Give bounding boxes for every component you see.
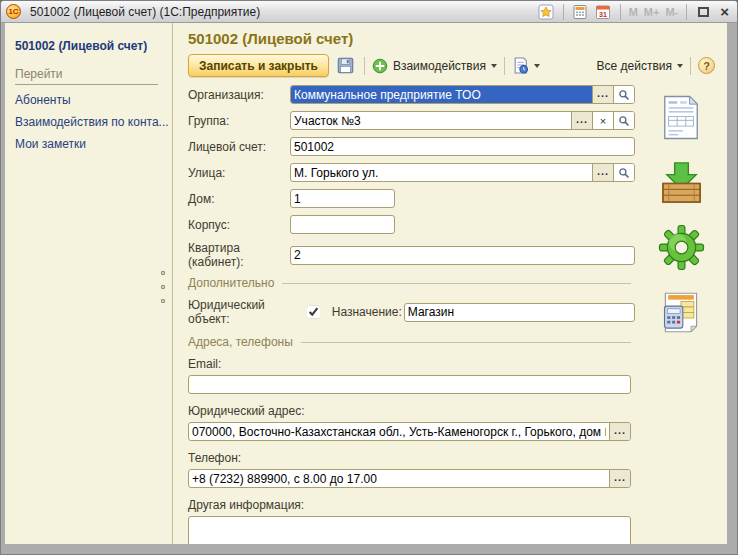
toolbar-separator <box>364 57 365 75</box>
other-info-textarea[interactable] <box>188 516 631 544</box>
street-field: ... <box>290 163 635 182</box>
group-select-button[interactable]: ... <box>571 112 592 129</box>
side-commands <box>635 85 727 544</box>
group-label: Группа: <box>188 114 290 128</box>
email-label: Email: <box>188 357 635 371</box>
1c-logo-icon: 1С <box>6 4 21 19</box>
search-icon <box>618 89 630 101</box>
splitter-grip[interactable] <box>161 271 165 303</box>
group-field: ... × <box>290 111 635 130</box>
titlebar-separator <box>686 4 687 20</box>
save-icon[interactable] <box>335 55 357 77</box>
org-select-button[interactable]: ... <box>592 86 613 103</box>
main-panel: 501002 (Лицевой счет) Записать и закрыть <box>173 23 727 544</box>
legal-address-label: Юридический адрес: <box>188 404 635 418</box>
interactions-dropdown[interactable]: Взаимодействия <box>372 58 497 74</box>
apartment-label: Квартира (кабинет): <box>188 241 290 269</box>
all-actions-dropdown[interactable]: Все действия <box>597 59 683 73</box>
sidebar-link-abonenty[interactable]: Абоненты <box>15 93 162 107</box>
legal-object-checkbox[interactable] <box>307 305 320 319</box>
calculation-document-icon[interactable] <box>657 288 705 336</box>
email-input[interactable] <box>188 375 631 394</box>
org-input[interactable] <box>291 86 592 103</box>
purpose-input[interactable] <box>404 303 635 322</box>
house-input[interactable] <box>290 189 395 208</box>
add-plus-icon <box>372 58 388 74</box>
calculator-icon[interactable] <box>572 3 589 20</box>
search-icon <box>618 167 630 179</box>
search-icon <box>618 115 630 127</box>
org-field: ... <box>290 85 635 104</box>
account-input[interactable] <box>290 137 635 156</box>
calendar-icon[interactable]: 31 <box>595 3 612 20</box>
legal-address-input[interactable] <box>189 423 609 440</box>
save-and-close-button[interactable]: Записать и закрыть <box>188 54 329 77</box>
building-label: Корпус: <box>188 218 290 232</box>
group-input[interactable] <box>291 112 571 129</box>
all-actions-label: Все действия <box>597 59 672 73</box>
document-clock-icon <box>512 57 529 74</box>
building-input[interactable] <box>290 215 395 234</box>
apartment-input[interactable] <box>290 246 635 265</box>
phone-input[interactable] <box>189 470 609 487</box>
org-search-button[interactable] <box>613 86 634 103</box>
titlebar-separator <box>563 4 564 20</box>
memory-m-button: M <box>629 6 638 18</box>
street-input[interactable] <box>291 164 592 181</box>
phone-label: Телефон: <box>188 451 635 465</box>
legal-object-label: Юридический объект: <box>188 298 303 326</box>
section-contacts: Адреса, телефоны <box>188 335 631 349</box>
phone-field: ... <box>188 469 631 488</box>
account-label: Лицевой счет: <box>188 140 290 154</box>
street-select-button[interactable]: ... <box>592 164 613 181</box>
favorites-icon[interactable] <box>538 3 555 20</box>
toolbar-separator <box>690 57 691 75</box>
group-search-button[interactable] <box>613 112 634 129</box>
sidebar-nav-header: Перейти <box>15 67 158 85</box>
interactions-label: Взаимодействия <box>393 59 486 73</box>
sidebar-link-vzaimodeystviya[interactable]: Взаимодействия по конта... <box>15 115 162 129</box>
app-window: 1С 501002 (Лицевой счет) (1С:Предприятие… <box>0 0 738 555</box>
org-label: Организация: <box>188 88 290 102</box>
memory-m-plus-button: M+ <box>644 6 660 18</box>
phone-select-button[interactable]: ... <box>609 470 630 487</box>
group-clear-button[interactable]: × <box>592 112 613 129</box>
sidebar-link-moi-zametki[interactable]: Мои заметки <box>15 137 162 151</box>
sidebar-title: 501002 (Лицевой счет) <box>15 39 162 53</box>
archive-download-icon[interactable] <box>657 158 705 206</box>
memory-m-minus-button: M- <box>665 6 678 18</box>
chevron-down-icon <box>491 64 497 68</box>
chevron-down-icon <box>677 64 683 68</box>
toolbar-separator <box>504 57 505 75</box>
chevron-down-icon <box>534 64 540 68</box>
maximize-button[interactable] <box>698 7 709 17</box>
calendar-day: 31 <box>599 10 607 17</box>
gear-icon[interactable] <box>657 223 705 271</box>
title-bar: 1С 501002 (Лицевой счет) (1С:Предприятие… <box>1 1 737 23</box>
street-search-button[interactable] <box>613 164 634 181</box>
page-title: 501002 (Лицевой счет) <box>188 30 727 47</box>
invoice-document-icon[interactable] <box>657 93 705 141</box>
sidebar: 501002 (Лицевой счет) Перейти Абоненты В… <box>5 23 173 544</box>
legal-address-select-button[interactable]: ... <box>609 423 630 440</box>
purpose-label: Назначение: <box>332 305 402 319</box>
window-title: 501002 (Лицевой счет) (1С:Предприятие) <box>30 5 538 19</box>
house-label: Дом: <box>188 192 290 206</box>
close-button[interactable]: × <box>718 7 731 17</box>
legal-address-field: ... <box>188 422 631 441</box>
help-button[interactable]: ? <box>698 57 715 74</box>
section-additional: Дополнительно <box>188 276 631 290</box>
other-info-label: Другая информация: <box>188 498 635 512</box>
create-based-on-dropdown[interactable] <box>512 57 540 74</box>
form: Организация: ... <box>173 85 635 544</box>
toolbar: Записать и закрыть <box>188 53 715 78</box>
titlebar-separator <box>620 4 621 20</box>
street-label: Улица: <box>188 166 290 180</box>
